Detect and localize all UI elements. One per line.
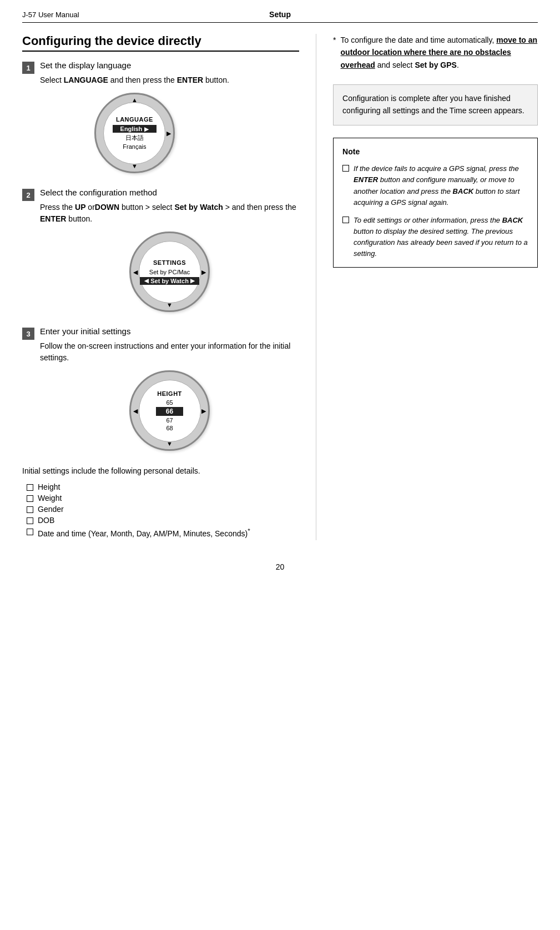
- initial-settings-list: Height Weight Gender DOB Date and time (…: [27, 482, 299, 538]
- step-2-text: Press the UP orDOWN button > select Set …: [40, 202, 299, 225]
- step-1-heading: Set the display language: [40, 61, 229, 70]
- watch-circle-3: ◀ ▶ ▼ HEIGHT 65 66 67 68: [129, 370, 210, 451]
- section-title: Configuring the device directly: [22, 34, 299, 52]
- watch-item-2-selected: ◀Set by Watch▶: [140, 277, 199, 285]
- watch-diagram-2: ◀ ▶ ▼ SETTINGS Set by PC/Mac ◀Set by Wat…: [40, 232, 299, 312]
- watch-diagram-1: ▲ ▶ ▼ LANGUAGE English▶ 日本語 Français: [40, 93, 229, 173]
- watch-item-1-2: 日本語: [125, 134, 144, 142]
- note-item-1: If the device fails to acquire a GPS sig…: [342, 163, 528, 208]
- step-1-text: Select LANGUAGE and then press the ENTER…: [40, 74, 229, 86]
- step-3-block: 3 Enter your initial settings Follow the…: [22, 326, 299, 461]
- watch-inner-2: SETTINGS Set by PC/Mac ◀Set by Watch▶: [139, 241, 201, 303]
- cb-weight: [27, 495, 33, 502]
- watch-title-2: SETTINGS: [153, 259, 186, 266]
- content-area: Configuring the device directly 1 Set th…: [0, 23, 560, 551]
- config-complete-box: Configuration is complete after you have…: [333, 84, 538, 125]
- cb-gender: [27, 506, 33, 513]
- watch-diagram-3: ◀ ▶ ▼ HEIGHT 65 66 67 68: [40, 370, 299, 451]
- watch-arrow-left-2: ◀: [133, 268, 138, 275]
- note-cb-2: [342, 217, 349, 223]
- watch-circle-2: ◀ ▶ ▼ SETTINGS Set by PC/Mac ◀Set by Wat…: [129, 232, 210, 312]
- note-cb-1: [342, 165, 349, 172]
- step-3-heading: Enter your initial settings: [40, 326, 299, 336]
- step-3-number: 3: [22, 328, 34, 340]
- watch-title-1: LANGUAGE: [116, 116, 153, 123]
- watch-title-3: HEIGHT: [157, 390, 182, 397]
- page-number: 20: [0, 551, 560, 588]
- watch-arrow-right-3: ▶: [201, 407, 206, 414]
- list-item-dob: DOB: [27, 516, 299, 525]
- watch-item-3-selected: 66: [156, 407, 183, 416]
- header-center: Setup: [100, 10, 460, 19]
- page-header: J-57 User Manual Setup: [0, 0, 560, 22]
- step-2-block: 2 Select the configuration method Press …: [22, 188, 299, 322]
- cb-datetime: [27, 529, 33, 535]
- watch-arrow-bottom-2: ▼: [167, 301, 173, 308]
- watch-inner-1: LANGUAGE English▶ 日本語 Français: [103, 102, 165, 164]
- watch-arrow-top-1: ▲: [132, 97, 138, 103]
- step-1-number: 1: [22, 62, 34, 74]
- step-3-text: Follow the on-screen instructions and en…: [40, 340, 299, 364]
- watch-item-3-1: 65: [166, 399, 173, 406]
- config-complete-text: Configuration is complete after you have…: [342, 94, 524, 115]
- watch-item-3-4: 68: [166, 425, 173, 431]
- asterisk-text: To configure the date and time automatic…: [341, 34, 538, 71]
- step-1-content: Set the display language Select LANGUAGE…: [40, 61, 229, 183]
- cb-dob: [27, 517, 33, 524]
- list-item-weight: Weight: [27, 494, 299, 502]
- watch-arrow-bottom-3: ▼: [167, 440, 173, 447]
- note-item-2: To edit settings or other information, p…: [342, 215, 528, 260]
- watch-arrow-right-1: ▶: [167, 129, 171, 137]
- note-list: If the device fails to acquire a GPS sig…: [342, 163, 528, 259]
- watch-item-2-1: Set by PC/Mac: [149, 269, 190, 275]
- step-1-block: 1 Set the display language Select LANGUA…: [22, 61, 299, 183]
- cb-height: [27, 484, 33, 491]
- note-box: Note If the device fails to acquire a GP…: [333, 138, 538, 268]
- watch-arrow-right-2: ▶: [201, 268, 206, 275]
- note-title: Note: [342, 146, 528, 158]
- list-item-datetime: Date and time (Year, Month, Day, AM/PM, …: [27, 527, 299, 538]
- step-2-content: Select the configuration method Press th…: [40, 188, 299, 322]
- step-2-number: 2: [22, 189, 34, 201]
- header-left: J-57 User Manual: [22, 11, 100, 19]
- list-item-height: Height: [27, 482, 299, 491]
- watch-item-3-3: 67: [166, 417, 173, 424]
- watch-arrow-left-3: ◀: [133, 407, 138, 414]
- list-item-gender: Gender: [27, 505, 299, 514]
- watch-item-1-selected: English▶: [113, 125, 157, 133]
- watch-arrow-bottom-1: ▼: [132, 163, 138, 169]
- step-2-heading: Select the configuration method: [40, 188, 299, 197]
- watch-inner-3: HEIGHT 65 66 67 68: [139, 380, 201, 442]
- watch-circle-1: ▲ ▶ ▼ LANGUAGE English▶ 日本語 Français: [94, 93, 175, 173]
- left-column: Configuring the device directly 1 Set th…: [22, 34, 316, 540]
- asterisk-note: * To configure the date and time automat…: [333, 34, 538, 71]
- step-3-content: Enter your initial settings Follow the o…: [40, 326, 299, 461]
- watch-item-1-3: Français: [123, 143, 146, 150]
- right-column: * To configure the date and time automat…: [316, 34, 538, 540]
- asterisk-symbol: *: [333, 34, 336, 71]
- initial-settings-intro: Initial settings include the following p…: [22, 465, 299, 477]
